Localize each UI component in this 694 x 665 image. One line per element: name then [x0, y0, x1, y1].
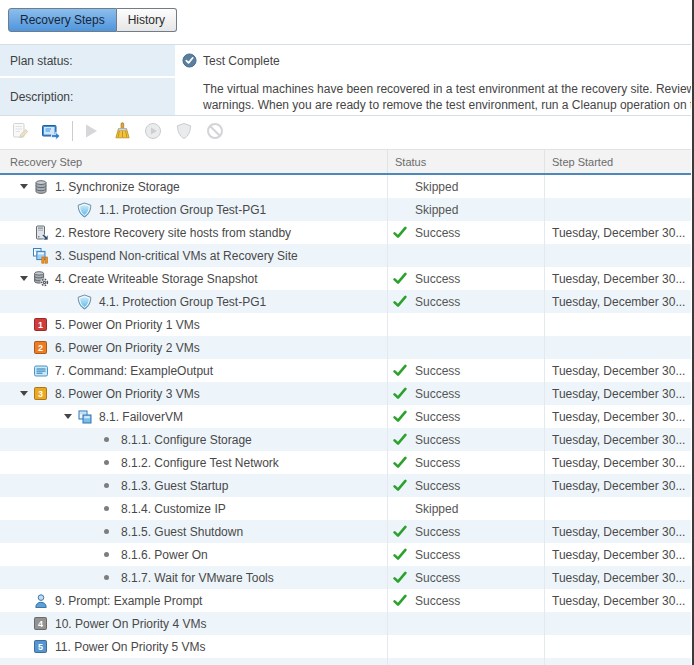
user-icon	[32, 592, 49, 609]
edit-plan-icon	[11, 122, 30, 140]
edit-plan-button[interactable]	[8, 120, 32, 142]
recovery-step-row[interactable]: 8.1.7. Wait for VMware ToolsSuccessTuesd…	[0, 566, 691, 589]
recovery-step-row[interactable]: 4. Create Writeable Storage SnapshotSucc…	[0, 267, 691, 290]
bullet-icon	[98, 546, 115, 563]
recovery-step-row[interactable]: 8.1.4. Customize IPSkipped	[0, 497, 691, 520]
column-header-step-started[interactable]: Step Started	[544, 150, 691, 173]
step-started-text: Tuesday, December 30...	[544, 428, 691, 451]
shield-icon	[76, 201, 93, 218]
step-started-text: Tuesday, December 30...	[544, 589, 691, 612]
recovery-step-row[interactable]: 1.1. Protection Group Test-PG1Skipped	[0, 198, 691, 221]
step-label: 8.1.7. Wait for VMware Tools	[121, 571, 274, 585]
step-label: 1. Synchronize Storage	[55, 180, 180, 194]
export-report-icon	[41, 122, 62, 140]
storage-gear-icon	[32, 270, 49, 287]
status-text: Success	[415, 594, 460, 608]
bullet-icon	[98, 523, 115, 540]
recovery-step-row[interactable]: 38. Power On Priority 3 VMsSuccessTuesda…	[0, 382, 691, 405]
step-label: 8.1. FailoverVM	[99, 410, 183, 424]
step-started-text: Tuesday, December 30...	[544, 451, 691, 474]
recovery-step-row[interactable]: 8.1.3. Guest StartupSuccessTuesday, Dece…	[0, 474, 691, 497]
recovery-step-row[interactable]: 4.1. Protection Group Test-PG1SuccessTue…	[0, 290, 691, 313]
status-text: Success	[415, 295, 460, 309]
expand-arrow-icon[interactable]	[20, 391, 28, 396]
recovery-step-row[interactable]: 1. Synchronize StorageSkipped	[0, 175, 691, 198]
step-label: 2. Restore Recovery site hosts from stan…	[55, 226, 291, 240]
suspend-vms-icon	[32, 247, 49, 264]
expand-arrow-icon[interactable]	[64, 414, 72, 419]
status-text: Skipped	[415, 180, 458, 194]
success-check-icon	[393, 272, 415, 285]
cleanup-icon	[113, 122, 131, 140]
status-text: Success	[415, 410, 460, 424]
run-recovery-plan-icon	[82, 122, 100, 140]
recovery-step-row[interactable]: 7. Command: ExampleOutputSuccessTuesday,…	[0, 359, 691, 382]
step-started-text: Tuesday, December 30...	[544, 566, 691, 589]
priority-3-icon: 3	[32, 385, 49, 402]
recovery-step-row[interactable]: 410. Power On Priority 4 VMs	[0, 612, 691, 635]
priority-5-icon: 5	[32, 638, 49, 655]
export-report-button[interactable]	[39, 120, 63, 142]
recovery-step-row[interactable]: 8.1.6. Power OnSuccessTuesday, December …	[0, 543, 691, 566]
step-started-text: Tuesday, December 30...	[544, 474, 691, 497]
plan-description: The virtual machines have been recovered…	[182, 81, 691, 113]
step-started-text: Tuesday, December 30...	[544, 382, 691, 405]
reprotect-icon	[176, 122, 192, 140]
step-label: 5. Power On Priority 1 VMs	[55, 318, 200, 332]
recovery-step-row[interactable]: 3. Suspend Non-critical VMs at Recovery …	[0, 244, 691, 267]
status-text: Success	[415, 272, 460, 286]
recovery-step-row[interactable]: 9. Prompt: Example PromptSuccessTuesday,…	[0, 589, 691, 612]
success-check-icon	[393, 433, 415, 446]
priority-4-icon: 4	[32, 615, 49, 632]
step-started-text	[544, 313, 691, 336]
success-check-icon	[393, 456, 415, 469]
status-text: Success	[415, 364, 460, 378]
step-label: 8.1.4. Customize IP	[121, 502, 226, 516]
grid-filler-row	[0, 658, 691, 665]
cleanup-button[interactable]	[110, 120, 134, 142]
success-check-icon	[393, 571, 415, 584]
priority-2-icon: 2	[32, 339, 49, 356]
recovery-step-row[interactable]: 8.1. FailoverVMSuccessTuesday, December …	[0, 405, 691, 428]
bullet-icon	[98, 500, 115, 517]
step-label: 8.1.6. Power On	[121, 548, 208, 562]
recovery-step-row[interactable]: 2. Restore Recovery site hosts from stan…	[0, 221, 691, 244]
expand-arrow-icon[interactable]	[20, 184, 28, 189]
recovery-step-row[interactable]: 15. Power On Priority 1 VMs	[0, 313, 691, 336]
status-text: Success	[415, 479, 460, 493]
recovery-step-row[interactable]: 511. Power On Priority 5 VMs	[0, 635, 691, 658]
cancel-button[interactable]	[203, 120, 227, 142]
step-started-text: Tuesday, December 30...	[544, 405, 691, 428]
step-label: 8. Power On Priority 3 VMs	[55, 387, 200, 401]
recovery-button[interactable]	[141, 120, 165, 142]
bullet-icon	[98, 569, 115, 586]
tab-history[interactable]: History	[117, 8, 177, 32]
column-header-status[interactable]: Status	[387, 150, 544, 173]
success-check-icon	[393, 364, 415, 377]
step-started-text: Tuesday, December 30...	[544, 520, 691, 543]
cancel-icon	[206, 122, 224, 140]
step-label: 8.1.5. Guest Shutdown	[121, 525, 243, 539]
step-started-text	[544, 175, 691, 198]
recovery-steps-grid: Recovery Step Status Step Started 1. Syn…	[0, 149, 691, 665]
step-started-text: Tuesday, December 30...	[544, 359, 691, 382]
recovery-icon	[144, 122, 162, 140]
recovery-step-row[interactable]: 8.1.2. Configure Test NetworkSuccessTues…	[0, 451, 691, 474]
status-text: Success	[415, 226, 460, 240]
tab-recovery-steps[interactable]: Recovery Steps	[8, 8, 117, 32]
step-started-text	[544, 612, 691, 635]
step-label: 3. Suspend Non-critical VMs at Recovery …	[55, 249, 298, 263]
step-label: 8.1.3. Guest Startup	[121, 479, 228, 493]
command-icon	[32, 362, 49, 379]
recovery-step-row[interactable]: 8.1.5. Guest ShutdownSuccessTuesday, Dec…	[0, 520, 691, 543]
run-recovery-plan-button[interactable]	[79, 120, 103, 142]
step-started-text	[544, 635, 691, 658]
step-label: 11. Power On Priority 5 VMs	[55, 640, 206, 654]
step-started-text	[544, 497, 691, 520]
column-header-recovery-step[interactable]: Recovery Step	[0, 150, 387, 173]
reprotect-button[interactable]	[172, 120, 196, 142]
recovery-step-row[interactable]: 8.1.1. Configure StorageSuccessTuesday, …	[0, 428, 691, 451]
expand-arrow-icon[interactable]	[20, 276, 28, 281]
recovery-step-row[interactable]: 26. Power On Priority 2 VMs	[0, 336, 691, 359]
success-check-icon	[393, 226, 415, 239]
